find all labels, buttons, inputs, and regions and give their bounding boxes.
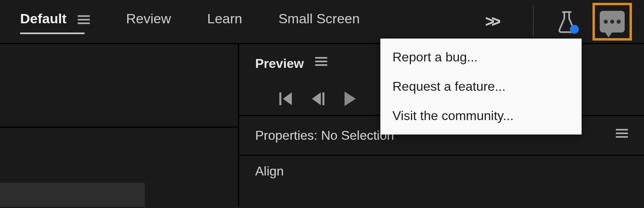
workspace-learn-label[interactable]: Learn [207, 11, 242, 32]
workspace-default[interactable]: Default [20, 11, 90, 32]
left-panel [0, 44, 239, 207]
menu-request-feature[interactable]: Request a feature... [380, 72, 582, 101]
menu-visit-community[interactable]: Visit the community... [380, 101, 582, 131]
workspace-tabs: Default Review Learn Small Screen [20, 11, 360, 32]
left-sub-panel [0, 183, 145, 207]
workspace-review-label[interactable]: Review [126, 11, 171, 32]
properties-title[interactable]: Properties: No Selection [255, 128, 394, 143]
beaker-icon[interactable] [557, 10, 576, 33]
menu-report-bug[interactable]: Report a bug... [380, 43, 582, 72]
active-tab-underline [20, 33, 85, 34]
more-workspaces-icon[interactable]: >> [485, 12, 497, 31]
workspace-review[interactable]: Review [126, 11, 171, 32]
workspace-small-screen-label[interactable]: Small Screen [279, 11, 360, 32]
workspace-small-screen[interactable]: Small Screen [279, 11, 360, 32]
skip-to-start-icon[interactable] [279, 92, 292, 105]
topbar-right: >> [485, 0, 644, 43]
align-panel-header: Align [239, 156, 644, 179]
feedback-icon[interactable] [600, 11, 625, 33]
workspace-bar: Default Review Learn Small Screen >> [0, 0, 644, 44]
feedback-dropdown: Report a bug... Request a feature... Vis… [380, 39, 582, 135]
play-icon[interactable] [345, 92, 356, 106]
step-back-icon[interactable] [312, 92, 324, 105]
beaker-notification-dot [570, 25, 579, 34]
preview-title[interactable]: Preview [255, 56, 304, 71]
preview-menu-icon[interactable] [315, 57, 327, 66]
workspace-learn[interactable]: Learn [207, 11, 242, 32]
feedback-button-highlight [592, 3, 632, 41]
workspace-default-label[interactable]: Default [20, 11, 66, 32]
left-panel-divider [0, 126, 238, 128]
align-title[interactable]: Align [255, 164, 284, 178]
topbar-divider [533, 6, 534, 38]
properties-menu-icon[interactable] [616, 129, 628, 138]
workspace-default-menu-icon[interactable] [78, 15, 90, 24]
